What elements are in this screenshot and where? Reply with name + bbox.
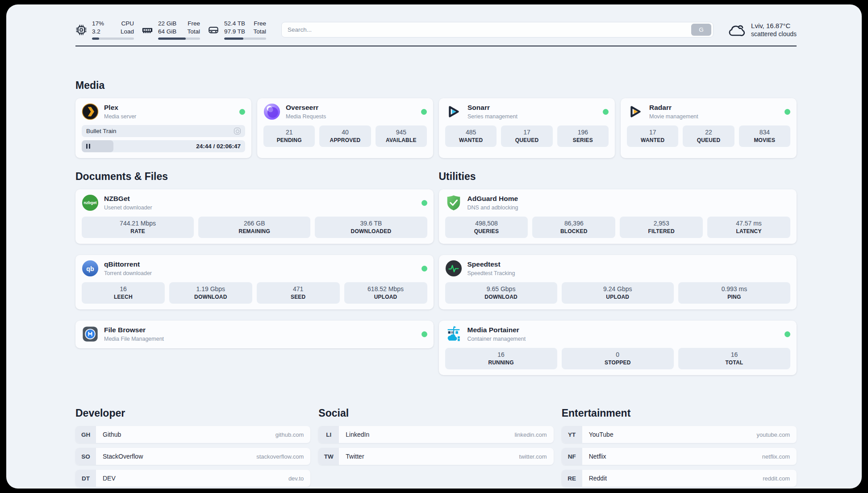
app-subtitle: Media server — [104, 113, 136, 120]
cpu-values: 17% 3.2 — [92, 20, 104, 35]
stat-download: 9.65 Gbps DOWNLOAD — [445, 282, 557, 304]
stat-seed: 471 SEED — [257, 282, 340, 304]
bookmark-url: dev.to — [288, 475, 304, 482]
stat-remaining: 266 GB REMAINING — [198, 217, 310, 238]
app-card-radarr[interactable]: Radarr Movie management 17 WANTED 22 QUE… — [621, 98, 797, 158]
bookmark-abbr: SO — [75, 448, 96, 465]
section-title-social: Social — [318, 407, 553, 419]
bookmark-name: Twitter — [346, 453, 364, 460]
playback-time: 24:44 / 02:06:47 — [196, 143, 241, 150]
app-card-portainer[interactable]: Media Portainer Container management 16 … — [439, 321, 797, 375]
app-subtitle: Usenet downloader — [104, 205, 152, 211]
radarr-icon — [627, 103, 644, 120]
section-title-entertainment: Entertainment — [562, 407, 797, 419]
bookmark-abbr: DT — [75, 470, 96, 487]
app-subtitle: DNS and adblocking — [467, 205, 518, 211]
weather-widget: Lviv, 16.87°C scattered clouds — [727, 22, 797, 38]
stat-available: 945 AVAILABLE — [376, 125, 427, 147]
cpu-metric: 17% 3.2 CPU Load — [75, 20, 134, 40]
stat-rate: 744.21 Mbps RATE — [82, 217, 194, 238]
now-playing-title: Bullet Train — [86, 128, 117, 134]
bookmark-reddit[interactable]: RE Reddit reddit.com — [562, 470, 797, 487]
stat-approved: 40 APPROVED — [319, 125, 371, 147]
system-metrics: 17% 3.2 CPU Load — [75, 20, 266, 40]
bookmark-group-entertainment: Entertainment YT YouTube youtube.com NF … — [562, 407, 797, 487]
app-name: Sonarr — [467, 104, 517, 112]
stat-series: 196 SERIES — [557, 125, 609, 147]
bookmark-abbr: RE — [562, 470, 582, 487]
bookmark-group-developer: Developer GH Github github.com SO StackO… — [75, 407, 310, 487]
app-subtitle: Speedtest Tracking — [467, 270, 515, 276]
bookmark-abbr: YT — [562, 426, 582, 443]
bookmark-abbr: TW — [318, 448, 339, 465]
bookmark-url: netflix.com — [762, 453, 790, 460]
cpu-icon — [75, 24, 87, 36]
bookmark-url: reddit.com — [763, 475, 790, 482]
search-engine-button[interactable]: G — [691, 24, 711, 36]
bookmark-url: github.com — [275, 431, 304, 438]
app-subtitle: Series management — [467, 113, 517, 120]
app-name: Speedtest — [467, 260, 515, 269]
section-title-documents: Documents & Files — [75, 171, 434, 183]
bookmark-github[interactable]: GH Github github.com — [75, 426, 310, 443]
disk-metric: 52.4 TB 97.9 TB Free Total — [208, 20, 266, 40]
memory-metric: 22 GiB 64 GiB Free Total — [142, 20, 200, 40]
stat-movies: 834 MOVIES — [739, 125, 790, 147]
playback-progress-row: 24:44 / 02:06:47 — [82, 140, 245, 152]
status-dot — [421, 266, 427, 272]
weather-location-temp: Lviv, 16.87°C — [751, 22, 797, 29]
app-card-filebrowser[interactable]: File Browser Media File Management — [75, 321, 434, 348]
app-name: File Browser — [104, 326, 164, 334]
stat-wanted: 17 WANTED — [627, 125, 678, 147]
status-dot — [785, 331, 790, 337]
memory-labels: Free Total — [187, 20, 200, 35]
stat-upload: 9.24 Gbps UPLOAD — [562, 282, 674, 304]
bookmark-linkedin[interactable]: LI LinkedIn linkedin.com — [318, 426, 553, 443]
bookmark-abbr: NF — [562, 448, 582, 465]
portainer-icon — [445, 326, 462, 343]
app-card-speedtest[interactable]: Speedtest Speedtest Tracking 9.65 Gbps D… — [439, 255, 797, 309]
bookmark-stackoverflow[interactable]: SO StackOverflow stackoverflow.com — [75, 448, 310, 465]
app-card-plex[interactable]: Plex Media server Bullet Train 24:44 / 0… — [75, 98, 251, 158]
bookmark-url: stackoverflow.com — [256, 453, 304, 460]
bookmark-twitter[interactable]: TW Twitter twitter.com — [318, 448, 553, 465]
app-name: qBittorrent — [104, 260, 152, 269]
app-card-sonarr[interactable]: Sonarr Series management 485 WANTED 17 Q… — [439, 98, 615, 158]
stat-total: 16 TOTAL — [678, 348, 790, 369]
app-card-nzbget[interactable]: nzbget NZBGet Usenet downloader 744.21 M… — [75, 189, 434, 244]
bookmark-name: Github — [103, 431, 121, 438]
stat-downloaded: 39.6 TB DOWNLOADED — [315, 217, 427, 238]
app-card-adguard[interactable]: AdGuard Home DNS and adblocking 498,508 … — [439, 189, 797, 244]
bookmark-url: twitter.com — [519, 453, 547, 460]
bookmark-name: YouTube — [589, 431, 613, 438]
svg-text:qb: qb — [86, 265, 94, 272]
app-subtitle: Media File Management — [104, 336, 164, 342]
section-title-media: Media — [75, 79, 797, 92]
stat-filtered: 2,953 FILTERED — [620, 217, 703, 238]
utilities-column: Utilities — [439, 171, 797, 375]
app-subtitle: Media Requests — [286, 113, 326, 120]
bookmark-dev[interactable]: DT DEV dev.to — [75, 470, 310, 487]
bookmark-netflix[interactable]: NF Netflix netflix.com — [562, 448, 797, 465]
stat-wanted: 485 WANTED — [445, 125, 497, 147]
search-bar[interactable]: G — [281, 22, 714, 38]
stat-download: 1.19 Gbps DOWNLOAD — [169, 282, 252, 304]
app-card-overseerr[interactable]: Overseerr Media Requests 21 PENDING 40 A… — [257, 98, 433, 158]
status-dot — [421, 200, 427, 206]
camera-icon — [234, 128, 241, 134]
app-card-qbittorrent[interactable]: qb qBittorrent Torrent downloader 16 LEE… — [75, 255, 434, 309]
status-dot — [421, 109, 427, 115]
bookmark-abbr: LI — [318, 426, 339, 443]
speedtest-icon — [445, 260, 462, 277]
search-input[interactable] — [288, 26, 691, 33]
dashboard: 17% 3.2 CPU Load — [6, 4, 862, 489]
stat-queries: 498,508 QUERIES — [445, 217, 528, 238]
overseerr-icon — [263, 103, 280, 120]
bookmark-youtube[interactable]: YT YouTube youtube.com — [562, 426, 797, 443]
now-playing-row: Bullet Train — [82, 125, 245, 137]
nzbget-icon: nzbget — [82, 194, 99, 211]
app-name: AdGuard Home — [467, 195, 518, 203]
memory-values: 22 GiB 64 GiB — [158, 20, 176, 35]
pause-icon[interactable] — [86, 144, 90, 149]
disk-icon — [208, 24, 219, 36]
